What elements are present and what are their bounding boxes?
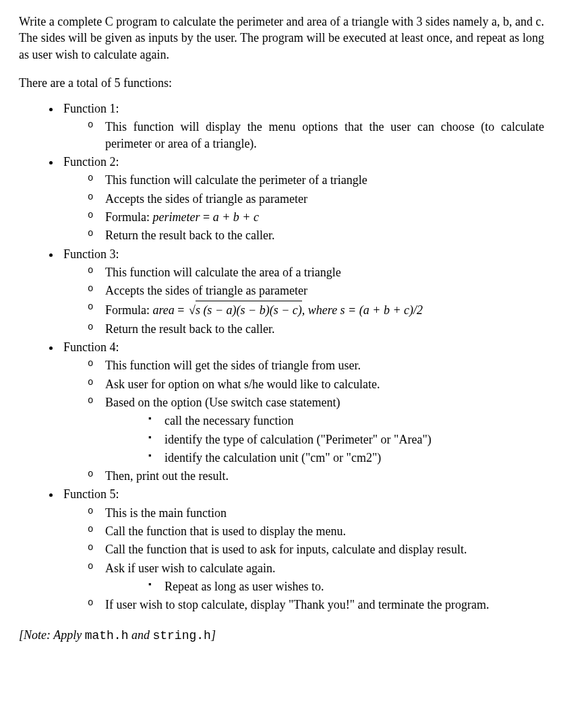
- function-3-item: Accepts the sides of triangle as paramet…: [88, 282, 544, 299]
- formula-prefix: Formula:: [105, 303, 153, 317]
- function-4-item: Ask user for option on what s/he would l…: [88, 376, 544, 392]
- function-4-item: Then, print out the result.: [88, 468, 544, 484]
- formula-eq: =: [175, 303, 187, 317]
- note-mid: and: [128, 628, 152, 642]
- function-4-item: This function will get the sides of tria…: [88, 357, 544, 373]
- function-1-title: Function 1:: [63, 102, 119, 115]
- note-code: string.h: [152, 629, 210, 642]
- function-2-item: Accepts the sides of triangle as paramet…: [88, 191, 544, 207]
- note-code: math.h: [85, 629, 129, 642]
- function-4-item-text: Based on the option (Use switch case sta…: [105, 396, 340, 409]
- function-2-item: This function will calculate the perimet…: [88, 172, 544, 188]
- function-3-item: Return the result back to the caller.: [88, 321, 544, 337]
- function-5-subitems: Repeat as long as user wishes to.: [105, 578, 544, 595]
- function-4-subitems: call the necessary function identify the…: [105, 413, 544, 466]
- formula-eq: =: [200, 210, 212, 224]
- formula-lhs: area: [153, 303, 175, 317]
- functions-list: Function 1: This function will display t…: [19, 100, 544, 613]
- function-2: Function 2: This function will calculate…: [61, 154, 544, 243]
- formula-where: , where s = (a + b + c)/2: [302, 303, 423, 317]
- function-4-item: Based on the option (Use switch case sta…: [88, 394, 544, 466]
- functions-subhead: There are a total of 5 functions:: [19, 75, 544, 91]
- sqrt-inner: s (s − a)(s − b)(s − c): [196, 301, 302, 318]
- function-4-subitem: identify the type of calculation ("Perim…: [148, 431, 544, 448]
- function-3-formula: Formula: area = s (s − a)(s − b)(s − c),…: [88, 301, 544, 318]
- function-2-items: This function will calculate the perimet…: [63, 172, 544, 243]
- function-4-subitem: identify the calculation unit ("cm" or "…: [148, 450, 544, 466]
- function-3-title: Function 3:: [63, 247, 119, 261]
- function-3: Function 3: This function will calculate…: [61, 246, 544, 337]
- note-prefix: [Note: Apply: [19, 628, 85, 642]
- formula-prefix: Formula:: [105, 210, 153, 224]
- formula-rhs: a + b + c: [213, 210, 259, 224]
- function-5-item: Call the function that is used to ask fo…: [88, 541, 544, 557]
- function-1-items: This function will display the menu opti…: [63, 119, 544, 152]
- function-3-item: This function will calculate the area of…: [88, 264, 544, 280]
- function-2-title: Function 2:: [63, 155, 119, 169]
- function-1-item: This function will display the menu opti…: [88, 119, 544, 152]
- function-4-title: Function 4:: [63, 340, 119, 354]
- function-5-item-text: Ask if user wish to calculate again.: [105, 562, 275, 575]
- function-2-formula: Formula: perimeter = a + b + c: [88, 209, 544, 225]
- function-1: Function 1: This function will display t…: [61, 100, 544, 152]
- function-5-item: Call the function that is used to displa…: [88, 523, 544, 539]
- function-5: Function 5: This is the main function Ca…: [61, 486, 544, 613]
- function-5-item: Ask if user wish to calculate again. Rep…: [88, 560, 544, 595]
- function-4-items: This function will get the sides of tria…: [63, 357, 544, 484]
- formula-lhs: perimeter: [153, 210, 200, 224]
- function-5-subitem: Repeat as long as user wishes to.: [148, 578, 544, 595]
- sqrt-icon: s (s − a)(s − b)(s − c): [187, 301, 302, 318]
- function-5-item: If user wish to stop calculate, display …: [88, 597, 544, 613]
- function-5-item: This is the main function: [88, 505, 544, 521]
- function-4: Function 4: This function will get the s…: [61, 339, 544, 484]
- function-5-title: Function 5:: [63, 487, 119, 501]
- intro-paragraph: Write a complete C program to calculate …: [19, 13, 544, 63]
- note-suffix: ]: [211, 628, 216, 642]
- note: [Note: Apply math.h and string.h]: [19, 627, 544, 644]
- function-3-items: This function will calculate the area of…: [63, 264, 544, 337]
- function-2-item: Return the result back to the caller.: [88, 227, 544, 243]
- function-4-subitem: call the necessary function: [148, 413, 544, 429]
- function-5-items: This is the main function Call the funct…: [63, 505, 544, 613]
